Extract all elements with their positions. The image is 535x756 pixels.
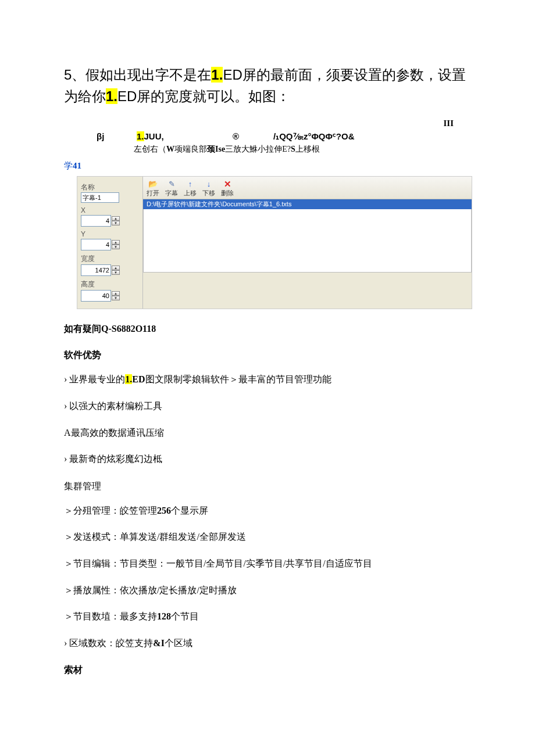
cluster-item-6: › 区域数欢：皎笠支持&I个区域 (64, 636, 477, 651)
name-field: 名称 (81, 182, 139, 203)
width-input[interactable] (81, 264, 111, 276)
blue-label-41: 学41 (64, 160, 477, 171)
delete-icon: ✕ (223, 179, 232, 188)
material-title: 索材 (64, 664, 477, 676)
delete-button[interactable]: ✕ 删除 (221, 179, 234, 198)
subtitle-properties-panel: 名称 X ▲ ▼ Y ▲ ▼ (77, 176, 472, 309)
garbled-header: III βj 1.JUU, ® /₁QQ⁷⁄₈ₜz°ΦQΦᶜ?O& 左创右（W项… (64, 123, 477, 158)
contact-line: 如有疑间Q-S6882O118 (64, 323, 477, 335)
cluster-item-4: ＞播放属性：依次播放/定长播放/定时播放 (64, 583, 477, 598)
x-spin-down-icon[interactable]: ▼ (112, 221, 120, 225)
file-toolbar: 📂 打开 ✎ 字幕 ↑ 上移 ↓ 下移 ✕ 删除 (143, 177, 472, 199)
move-down-button[interactable]: ↓ 下移 (202, 179, 215, 198)
height-spin-down-icon[interactable]: ▼ (112, 296, 120, 300)
subtitle-label: 字幕 (165, 189, 178, 198)
noise-garble: /₁QQ⁷⁄₈ₜz°ΦQΦᶜ?O& (273, 131, 354, 142)
adv-item-2: › 以强大的素材编粉工具 (64, 399, 477, 414)
x-input[interactable] (81, 215, 111, 227)
arrow-down-icon: ↓ (204, 179, 213, 188)
move-up-button[interactable]: ↑ 上移 (184, 179, 197, 198)
cluster-item-3: ＞节目编辑：节目类型：一般节目/全局节目/实季节目/共享节目/自适应节目 (64, 556, 477, 571)
properties-sidebar: 名称 X ▲ ▼ Y ▲ ▼ (77, 177, 143, 309)
arrow-up-icon: ↑ (186, 179, 195, 188)
headline-suffix: ED屏的宽度就可以。如图： (117, 88, 290, 104)
y-spin-down-icon[interactable]: ▼ (112, 245, 120, 249)
file-list-blank[interactable] (143, 209, 472, 273)
width-spin-down-icon[interactable]: ▼ (112, 270, 120, 275)
y-field: Y ▲ ▼ (81, 230, 139, 250)
headline-highlight-1: 1. (211, 67, 223, 83)
height-spin-up-icon[interactable]: ▲ (112, 291, 120, 296)
x-field: X ▲ ▼ (81, 206, 139, 227)
height-label: 高度 (81, 280, 139, 289)
adv-item-3: A最高效的数据通讯压缩 (64, 425, 477, 440)
width-label: 宽度 (81, 254, 139, 264)
noise-iii: III (443, 119, 454, 128)
open-button[interactable]: 📂 打开 (147, 179, 159, 198)
adv-item-4: › 最新奇的炫彩魔幻边柢 (64, 452, 477, 467)
name-label: 名称 (81, 182, 139, 192)
y-spin-up-icon[interactable]: ▲ (112, 240, 120, 245)
adv-item-1: › 业界最专业的1.ED图文限制零娘辑软件＞最丰富的节目管理功能 (64, 372, 477, 387)
open-label: 打开 (147, 189, 159, 198)
file-list-item-selected[interactable]: D:\电子屏软件\新建文件夹\Documents\字幕1_6.txts (143, 199, 472, 209)
cluster-title: 集群管理 (64, 481, 477, 493)
noise-subline: 左创右（W项端良部颈Ise三放大鮴小拉伸E?S上移根 (134, 144, 320, 155)
width-field: 宽度 ▲ ▼ (81, 254, 139, 276)
headline-highlight-2: 1. (106, 88, 117, 104)
y-input[interactable] (81, 239, 111, 250)
x-label: X (81, 206, 139, 214)
width-spin-up-icon[interactable]: ▲ (112, 266, 120, 270)
delete-label: 删除 (221, 189, 234, 198)
step-5-headline: 5、假如出现出字不是在1.ED屏的最前面，须要设置的参数，设置为给你1.ED屏的… (64, 64, 477, 107)
noise-bj: βj (97, 131, 104, 141)
name-input[interactable] (81, 192, 119, 203)
move-down-label: 下移 (202, 189, 215, 198)
x-spin-up-icon[interactable]: ▲ (112, 216, 120, 221)
cluster-item-2: ＞发送模式：单算发送/群组发送/全部屏发送 (64, 529, 477, 544)
folder-open-icon: 📂 (148, 179, 158, 188)
noise-r: ® (233, 131, 239, 141)
noise-juu: 1.JUU, (137, 131, 164, 141)
subtitle-button[interactable]: ✎ 字幕 (165, 179, 178, 198)
move-up-label: 上移 (184, 189, 197, 198)
height-field: 高度 ▲ ▼ (81, 280, 139, 302)
advantages-title: 软件优势 (64, 349, 477, 361)
cluster-item-1: ＞分殂管理：皎笠管理256个显示屏 (64, 503, 477, 518)
headline-prefix: 5、假如出现出字不是在 (64, 67, 211, 83)
height-input[interactable] (81, 290, 111, 302)
y-label: Y (81, 230, 139, 238)
cluster-item-5: ＞节目数埴：最多支持128个节目 (64, 609, 477, 624)
file-list-area: 📂 打开 ✎ 字幕 ↑ 上移 ↓ 下移 ✕ 删除 (143, 177, 472, 309)
subtitle-icon: ✎ (167, 179, 176, 188)
